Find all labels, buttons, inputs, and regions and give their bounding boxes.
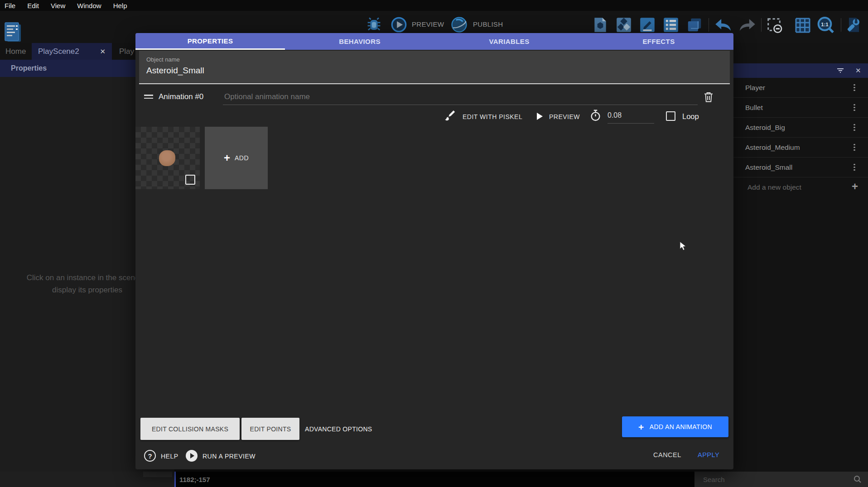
tab-home[interactable]: Home bbox=[5, 47, 26, 56]
add-frame-button[interactable]: + ADD bbox=[205, 127, 268, 189]
zoom-fit-icon[interactable] bbox=[767, 17, 783, 33]
object-menu-icon[interactable] bbox=[854, 124, 855, 131]
gdevelop-window: File Edit View Window Help bbox=[0, 0, 868, 487]
dialog-tab-behaviors[interactable]: BEHAVIORS bbox=[285, 33, 434, 50]
run-preview-icon[interactable] bbox=[186, 450, 198, 462]
loop-checkbox[interactable] bbox=[666, 111, 675, 121]
edit-scene-icon[interactable] bbox=[639, 16, 656, 33]
stopwatch-icon bbox=[589, 109, 602, 122]
dialog-tab-variables[interactable]: VARIABLES bbox=[434, 33, 584, 50]
loop-label: Loop bbox=[682, 112, 699, 121]
redo-icon[interactable] bbox=[738, 17, 757, 33]
object-name-panel[interactable]: Object name Asteroid_Small bbox=[139, 51, 730, 84]
play-icon bbox=[537, 113, 543, 120]
zoom-1-1-icon[interactable]: 1:1 bbox=[816, 16, 834, 34]
advanced-options-button[interactable]: ADVANCED OPTIONS bbox=[305, 418, 372, 440]
svg-text:1:1: 1:1 bbox=[821, 22, 829, 27]
edit-points-button[interactable]: EDIT POINTS bbox=[241, 418, 299, 440]
object-name: Asteroid_Small bbox=[745, 163, 792, 172]
toolbar-separator bbox=[761, 18, 762, 32]
tab-playscene2[interactable]: PlayScene2 ✕ bbox=[32, 43, 112, 60]
dialog-tab-bar: PROPERTIES BEHAVIORS VARIABLES EFFECTS bbox=[135, 33, 733, 50]
toolbar-separator bbox=[709, 18, 709, 32]
menu-bar: File Edit View Window Help bbox=[0, 0, 868, 11]
preview-button[interactable]: PREVIEW bbox=[412, 20, 444, 28]
close-icon[interactable]: ✕ bbox=[855, 67, 861, 75]
close-icon[interactable]: ✕ bbox=[100, 48, 106, 56]
add-frame-label: ADD bbox=[235, 154, 249, 162]
object-name: Asteroid_Big bbox=[745, 124, 785, 132]
search-icon bbox=[854, 475, 862, 483]
plus-icon[interactable]: + bbox=[852, 180, 858, 193]
brush-icon bbox=[444, 110, 455, 122]
object-menu-icon[interactable] bbox=[854, 104, 855, 111]
cursor-coordinates: 1182;-157 bbox=[179, 476, 210, 483]
animation-name-input[interactable]: Optional animation name bbox=[224, 92, 310, 101]
plus-icon: + bbox=[224, 153, 230, 163]
animation-title: Animation #0 bbox=[159, 92, 203, 101]
preview-icon[interactable] bbox=[391, 16, 407, 33]
add-an-animation-label: ADD AN ANIMATION bbox=[650, 423, 712, 430]
dialog-tab-effects[interactable]: EFFECTS bbox=[584, 33, 733, 50]
time-input-underline bbox=[608, 123, 654, 124]
object-name: Player bbox=[745, 84, 765, 92]
dialog-tab-properties[interactable]: PROPERTIES bbox=[135, 33, 285, 50]
menu-file[interactable]: File bbox=[5, 2, 15, 10]
help-icon[interactable]: ? bbox=[144, 450, 156, 462]
publish-button[interactable]: PUBLISH bbox=[473, 20, 503, 28]
drag-handle-icon[interactable] bbox=[144, 93, 153, 100]
object-menu-icon[interactable] bbox=[854, 164, 855, 171]
instances-icon[interactable] bbox=[686, 16, 703, 33]
menu-edit[interactable]: Edit bbox=[27, 2, 39, 10]
object-editor-dialog: PROPERTIES BEHAVIORS VARIABLES EFFECTS O… bbox=[135, 33, 733, 469]
undo-icon[interactable] bbox=[714, 17, 733, 33]
tab-playscene-next[interactable]: Play bbox=[119, 47, 134, 56]
search-input[interactable]: Search bbox=[703, 476, 725, 483]
delete-animation-icon[interactable] bbox=[703, 91, 714, 103]
menu-view[interactable]: View bbox=[51, 2, 65, 10]
settings-wrench-icon[interactable] bbox=[845, 16, 863, 33]
animation-frame-thumbnail[interactable] bbox=[135, 127, 200, 189]
help-glyph: ? bbox=[148, 452, 152, 460]
plus-icon: + bbox=[638, 422, 644, 432]
add-new-object-label: Add a new object bbox=[747, 183, 801, 191]
grid-icon[interactable] bbox=[795, 17, 811, 33]
object-name: Asteroid_Medium bbox=[745, 143, 800, 152]
add-an-animation-button[interactable]: + ADD AN ANIMATION bbox=[622, 416, 728, 437]
search-bar[interactable]: Search bbox=[694, 472, 868, 487]
apply-button[interactable]: APPLY bbox=[698, 451, 719, 458]
toolbar-separator bbox=[841, 18, 841, 32]
filter-icon[interactable] bbox=[836, 67, 844, 74]
menu-help[interactable]: Help bbox=[113, 2, 127, 10]
object-menu-icon[interactable] bbox=[854, 144, 855, 151]
objects-list-icon[interactable] bbox=[615, 16, 632, 33]
debug-icon[interactable] bbox=[366, 16, 382, 33]
edit-with-piskel-button[interactable]: EDIT WITH PISKEL bbox=[463, 113, 522, 120]
frame-select-checkbox[interactable] bbox=[185, 175, 195, 185]
object-name-label: Object name bbox=[146, 56, 180, 63]
asteroid-sprite bbox=[159, 150, 175, 166]
cancel-button[interactable]: CANCEL bbox=[653, 451, 681, 458]
preview-animation-button[interactable]: PREVIEW bbox=[549, 113, 580, 120]
time-between-frames-input[interactable]: 0.08 bbox=[608, 111, 622, 119]
object-name: Bullet bbox=[745, 104, 763, 112]
panel-resize-handle[interactable] bbox=[143, 472, 172, 477]
help-button[interactable]: HELP bbox=[161, 453, 178, 460]
properties-panel-title: Properties bbox=[11, 64, 47, 72]
object-name-input[interactable]: Asteroid_Small bbox=[146, 66, 204, 76]
scene-properties-icon[interactable] bbox=[592, 16, 609, 33]
menu-window[interactable]: Window bbox=[77, 2, 101, 10]
project-manager-icon[interactable] bbox=[4, 22, 22, 43]
left-panel-bottom bbox=[0, 472, 174, 487]
scene-canvas-edge[interactable]: 1182;-157 bbox=[174, 472, 694, 487]
animation-name-underline bbox=[223, 105, 698, 105]
run-a-preview-button[interactable]: RUN A PREVIEW bbox=[203, 453, 256, 460]
edit-collision-masks-button[interactable]: EDIT COLLISION MASKS bbox=[140, 418, 240, 440]
mouse-cursor bbox=[680, 241, 687, 251]
publish-icon[interactable] bbox=[450, 15, 468, 34]
object-menu-icon[interactable] bbox=[854, 84, 855, 91]
layers-icon[interactable] bbox=[662, 16, 680, 33]
tab-playscene2-label: PlayScene2 bbox=[38, 47, 79, 56]
